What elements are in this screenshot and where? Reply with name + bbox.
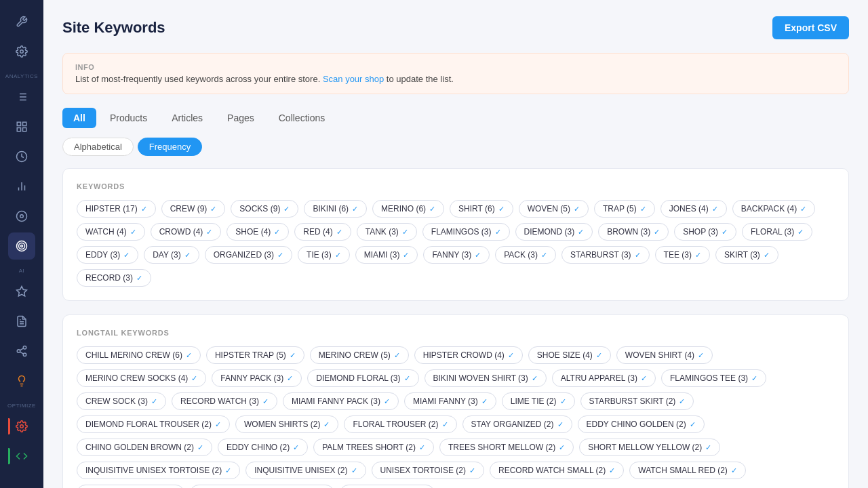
keyword-tag[interactable]: STEVE JONES (2)✓	[340, 485, 435, 488]
keyword-tag[interactable]: WOMEN SHIRTS (2)✓	[235, 415, 338, 433]
keyword-tag[interactable]: BROWN (3)✓	[598, 223, 669, 241]
bar-chart-icon[interactable]	[8, 173, 35, 200]
clock-icon[interactable]	[8, 143, 35, 170]
keyword-tag[interactable]: FLAMINGOS TEE (3)✓	[661, 369, 766, 387]
keyword-tag[interactable]: DIEMOND (3)✓	[515, 223, 593, 241]
settings3-icon[interactable]	[8, 413, 35, 440]
tab-products[interactable]: Products	[99, 108, 158, 128]
keyword-tag[interactable]: PACK (3)✓	[495, 246, 556, 264]
check-icon: ✓	[764, 251, 770, 260]
keyword-tag[interactable]: SHOE (4)✓	[226, 223, 289, 241]
keyword-tag[interactable]: MERINO CREW SOCKS (4)✓	[77, 369, 206, 387]
keyword-tag[interactable]: ORGANIZED (3)✓	[205, 246, 292, 264]
check-icon: ✓	[290, 351, 296, 360]
keyword-tag[interactable]: JONES (4)✓	[660, 200, 727, 218]
keyword-tag[interactable]: CREW (9)✓	[161, 200, 226, 218]
keyword-tag[interactable]: CROWD (4)✓	[151, 223, 222, 241]
export-csv-button[interactable]: Export CSV	[772, 16, 849, 39]
wrench-icon[interactable]	[8, 8, 35, 35]
circle-icon[interactable]	[8, 203, 35, 230]
code-icon[interactable]	[8, 443, 35, 470]
keyword-tag[interactable]: PALM TREES SHORT (2)✓	[313, 439, 434, 456]
tab-all[interactable]: All	[62, 108, 96, 128]
keyword-tag[interactable]: EDDY CHINO GOLDEN (2)✓	[578, 415, 705, 433]
gear-icon[interactable]	[8, 38, 35, 65]
sparkle-icon[interactable]	[8, 278, 35, 305]
keyword-tag[interactable]: HIPSTER CROWD (4)✓	[414, 346, 523, 364]
check-icon: ✓	[475, 251, 481, 260]
keyword-tag[interactable]: WOVEN SHIRT (4)✓	[616, 346, 713, 364]
keyword-tag[interactable]: SKIRT (3)✓	[715, 246, 778, 264]
keyword-tag[interactable]: RED (4)✓	[294, 223, 351, 241]
keyword-tag[interactable]: FANNY PACK (3)✓	[212, 369, 302, 387]
keyword-tag[interactable]: HOUSE FLIPPERS TARGET (2)✓	[190, 485, 334, 488]
keyword-tag[interactable]: SHOE SIZE (4)✓	[528, 346, 611, 364]
bulb-icon[interactable]	[8, 367, 35, 394]
keyword-tag[interactable]: UNISEX TORTOISE (2)✓	[372, 462, 484, 479]
keywords-section-title: KEYWORDS	[77, 182, 835, 190]
keyword-tag[interactable]: BIKINI WOVEN SHIRT (3)✓	[425, 369, 547, 387]
keyword-tag[interactable]: HIPSTER TRAP (5)✓	[206, 346, 304, 364]
keyword-tag[interactable]: EDDY CHINO (2)✓	[218, 439, 308, 456]
check-icon: ✓	[469, 466, 475, 475]
keyword-tag[interactable]: INQUISITIVE UNISEX TORTOISE (2)✓	[77, 462, 240, 479]
keyword-tag[interactable]: WOVEN (5)✓	[519, 200, 589, 218]
keyword-tag[interactable]: SHIRT (6)✓	[450, 200, 513, 218]
keyword-tag[interactable]: STAY ORGANIZED (2)✓	[462, 415, 572, 433]
keyword-tag[interactable]: BIKINI (6)✓	[304, 200, 367, 218]
keyword-tag[interactable]: WATCH (4)✓	[77, 223, 145, 241]
keyword-tag[interactable]: FANNY (3)✓	[423, 246, 490, 264]
check-icon: ✓	[323, 420, 330, 429]
list-icon[interactable]	[8, 83, 35, 110]
keyword-tag[interactable]: TRAP (5)✓	[594, 200, 655, 218]
keyword-tag[interactable]: DIEMOND FLORAL (3)✓	[307, 369, 418, 387]
keyword-tag[interactable]: SHORT MELLOW YELLOW (2)✓	[579, 439, 720, 456]
keyword-tag[interactable]: MIAMI FANNY (3)✓	[404, 392, 496, 410]
scan-shop-link[interactable]: Scan your shop	[323, 74, 384, 84]
keyword-tag[interactable]: SEAHORSE TANK (2)✓	[77, 485, 184, 488]
keyword-tag[interactable]: STARBURST (3)✓	[561, 246, 650, 264]
keyword-tag[interactable]: DIEMOND FLORAL TROUSER (2)✓	[77, 415, 230, 433]
keyword-tag[interactable]: STARBURST SKIRT (2)✓	[580, 392, 694, 410]
keyword-tag[interactable]: CHINO GOLDEN BROWN (2)✓	[77, 439, 212, 456]
keyword-tag[interactable]: RECORD WATCH (3)✓	[172, 392, 277, 410]
sort-alphabetical-button[interactable]: Alphabetical	[62, 138, 134, 156]
keyword-tag[interactable]: BACKPACK (4)✓	[732, 200, 815, 218]
keyword-tag[interactable]: WATCH SMALL RED (2)✓	[629, 462, 746, 479]
keyword-tag[interactable]: DAY (3)✓	[144, 246, 199, 264]
keyword-tag[interactable]: INQUISITIVE UNISEX (2)✓	[245, 462, 366, 479]
keyword-tag[interactable]: TREES SHORT MELLOW (2)✓	[439, 439, 574, 456]
keyword-tag[interactable]: MIAMI FANNY PACK (3)✓	[283, 392, 399, 410]
keyword-tag[interactable]: RECORD (3)✓	[77, 269, 151, 287]
keyword-tag[interactable]: TEE (3)✓	[655, 246, 710, 264]
keyword-tag[interactable]: TANK (3)✓	[357, 223, 417, 241]
keyword-tag[interactable]: LIME TIE (2)✓	[502, 392, 575, 410]
keyword-tag[interactable]: SOCKS (9)✓	[231, 200, 298, 218]
report-icon[interactable]	[8, 308, 35, 335]
keyword-tag[interactable]: FLAMINGOS (3)✓	[422, 223, 510, 241]
tab-pages[interactable]: Pages	[216, 108, 265, 128]
tab-collections[interactable]: Collections	[268, 108, 336, 128]
keyword-tag[interactable]: FLORAL (3)✓	[742, 223, 812, 241]
keyword-tag[interactable]: FLORAL TROUSER (2)✓	[344, 415, 456, 433]
tab-articles[interactable]: Articles	[161, 108, 214, 128]
keyword-tag[interactable]: MERINO CREW (5)✓	[310, 346, 409, 364]
check-icon: ✓	[705, 443, 711, 452]
keyword-tag[interactable]: CREW SOCK (3)✓	[77, 392, 166, 410]
keyword-tag[interactable]: SHOP (3)✓	[674, 223, 736, 241]
check-icon: ✓	[698, 351, 704, 360]
keyword-tag[interactable]: HIPSTER (17)✓	[77, 200, 156, 218]
grid-icon[interactable]	[8, 113, 35, 140]
keyword-tag[interactable]: CHILL MERINO CREW (6)✓	[77, 346, 201, 364]
sort-frequency-button[interactable]: Frequency	[138, 138, 202, 156]
keyword-tag[interactable]: TIE (3)✓	[298, 246, 350, 264]
check-icon: ✓	[206, 228, 212, 237]
keyword-tag[interactable]: ALTRU APPAREL (3)✓	[552, 369, 656, 387]
keyword-tag[interactable]: MERINO (6)✓	[372, 200, 444, 218]
node-icon[interactable]	[8, 338, 35, 365]
keyword-tag[interactable]: EDDY (3)✓	[77, 246, 138, 264]
keyword-tag[interactable]: MIAMI (3)✓	[355, 246, 418, 264]
keyword-tag[interactable]: RECORD WATCH SMALL (2)✓	[490, 462, 624, 479]
target-icon[interactable]	[8, 232, 35, 260]
check-icon: ✓	[419, 443, 425, 452]
